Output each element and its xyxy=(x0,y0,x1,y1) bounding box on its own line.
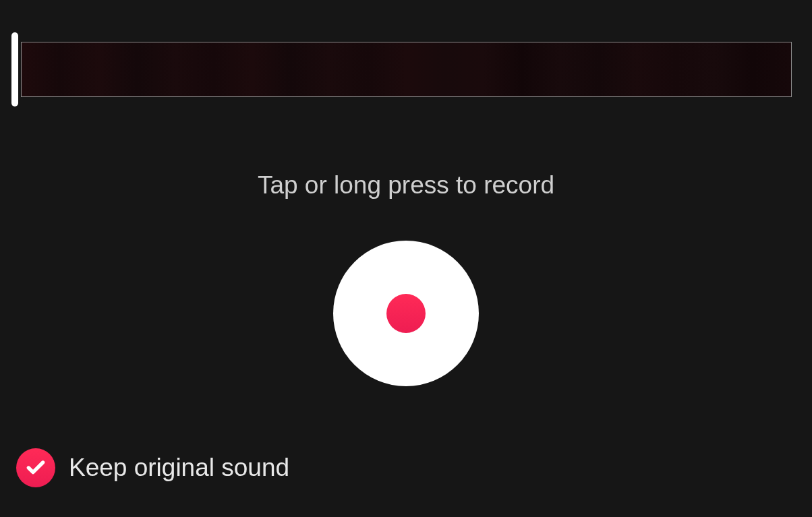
record-button[interactable] xyxy=(333,241,479,386)
checkbox-checked-icon xyxy=(16,448,55,487)
timeline-track[interactable] xyxy=(21,42,792,97)
playhead-handle[interactable] xyxy=(11,32,18,107)
timeline-container xyxy=(11,32,792,107)
keep-original-sound-label: Keep original sound xyxy=(69,454,289,482)
keep-original-sound-toggle[interactable]: Keep original sound xyxy=(16,448,289,487)
record-icon xyxy=(386,294,426,333)
record-instruction-text: Tap or long press to record xyxy=(0,171,812,200)
